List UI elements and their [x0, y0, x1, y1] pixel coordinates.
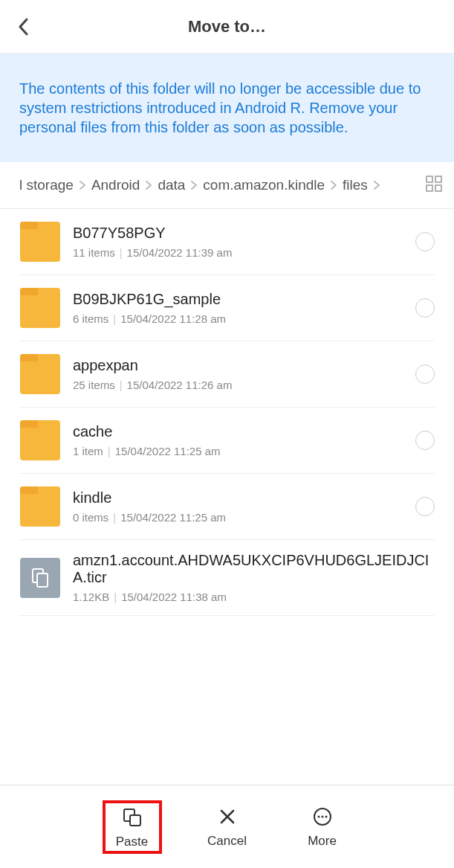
item-meta: kindle0 items|15/04/2022 11:25 am	[73, 489, 406, 524]
svg-rect-2	[427, 185, 432, 191]
breadcrumb-segment[interactable]: com.amazon.kindle	[203, 177, 325, 193]
svg-rect-1	[435, 176, 441, 182]
paste-label: Paste	[116, 835, 148, 849]
select-radio[interactable]	[415, 364, 435, 384]
chevron-right-icon	[372, 180, 381, 190]
item-subtext: 1.12KB|15/04/2022 11:38 am	[73, 591, 435, 603]
item-meta: B09BJKP61G_sample6 items|15/04/2022 11:2…	[73, 291, 406, 325]
breadcrumb-segment[interactable]: files	[343, 177, 368, 193]
item-subtext: 1 item|15/04/2022 11:25 am	[73, 445, 406, 457]
item-meta: B077Y58PGY11 items|15/04/2022 11:39 am	[73, 225, 406, 259]
folder-icon	[19, 486, 61, 527]
breadcrumb-segment[interactable]: l storage	[19, 177, 74, 193]
svg-point-11	[325, 815, 327, 817]
breadcrumb-segment[interactable]: data	[158, 177, 185, 193]
svg-point-10	[321, 815, 323, 817]
item-subtext: 0 items|15/04/2022 11:25 am	[73, 511, 406, 524]
select-radio[interactable]	[415, 431, 435, 450]
svg-rect-7	[130, 815, 140, 826]
item-name: amzn1.account.AHDWA5UKXCIP6VHUD6GLJEIDJC…	[73, 552, 435, 586]
file-icon	[19, 557, 61, 599]
cancel-label: Cancel	[207, 834, 247, 849]
folder-row[interactable]: appexpan25 items|15/04/2022 11:26 am	[19, 341, 435, 408]
more-label: More	[308, 834, 337, 849]
folder-icon	[19, 353, 61, 395]
folder-icon	[19, 419, 61, 461]
folder-icon	[19, 287, 61, 329]
item-meta: appexpan25 items|15/04/2022 11:26 am	[73, 357, 406, 391]
page-title: Move to…	[0, 17, 454, 36]
bottom-toolbar: Paste Cancel More	[0, 785, 454, 868]
chevron-right-icon	[189, 180, 198, 190]
svg-rect-5	[37, 573, 48, 587]
svg-rect-0	[427, 176, 432, 182]
close-icon	[216, 806, 239, 828]
breadcrumb-segment[interactable]: Android	[91, 177, 140, 193]
paste-icon	[121, 806, 143, 829]
header: Move to…	[0, 0, 454, 54]
file-row[interactable]: amzn1.account.AHDWA5UKXCIP6VHUD6GLJEIDJC…	[19, 540, 435, 616]
warning-banner: The contents of this folder will no long…	[0, 54, 454, 162]
file-list: B077Y58PGY11 items|15/04/2022 11:39 amB0…	[0, 209, 454, 785]
item-name: kindle	[73, 489, 406, 507]
chevron-right-icon	[329, 180, 338, 190]
item-name: appexpan	[73, 357, 406, 374]
grid-view-toggle[interactable]	[426, 176, 445, 195]
chevron-right-icon	[144, 180, 153, 190]
item-meta: cache1 item|15/04/2022 11:25 am	[73, 423, 406, 457]
select-radio[interactable]	[415, 298, 435, 318]
folder-row[interactable]: kindle0 items|15/04/2022 11:25 am	[19, 474, 435, 540]
folder-icon	[19, 221, 61, 263]
item-subtext: 25 items|15/04/2022 11:26 am	[73, 379, 406, 391]
item-name: B09BJKP61G_sample	[73, 291, 406, 308]
grid-icon	[426, 176, 442, 192]
more-icon	[311, 806, 334, 828]
back-button[interactable]	[9, 12, 39, 42]
breadcrumb: l storageAndroiddatacom.amazon.kindlefil…	[0, 162, 454, 209]
svg-rect-3	[435, 185, 441, 191]
item-name: B077Y58PGY	[73, 225, 406, 242]
item-subtext: 11 items|15/04/2022 11:39 am	[73, 246, 406, 259]
item-name: cache	[73, 423, 406, 440]
svg-point-9	[317, 815, 320, 817]
chevron-right-icon	[78, 180, 87, 190]
more-button[interactable]: More	[293, 806, 352, 849]
cancel-button[interactable]: Cancel	[198, 806, 257, 849]
chevron-left-icon	[16, 16, 31, 37]
folder-row[interactable]: B09BJKP61G_sample6 items|15/04/2022 11:2…	[19, 275, 435, 341]
folder-row[interactable]: B077Y58PGY11 items|15/04/2022 11:39 am	[19, 209, 435, 275]
item-meta: amzn1.account.AHDWA5UKXCIP6VHUD6GLJEIDJC…	[73, 552, 435, 603]
folder-row[interactable]: cache1 item|15/04/2022 11:25 am	[19, 408, 435, 474]
paste-button[interactable]: Paste	[103, 800, 162, 854]
select-radio[interactable]	[415, 232, 435, 251]
item-subtext: 6 items|15/04/2022 11:28 am	[73, 312, 406, 325]
select-radio[interactable]	[415, 497, 435, 516]
